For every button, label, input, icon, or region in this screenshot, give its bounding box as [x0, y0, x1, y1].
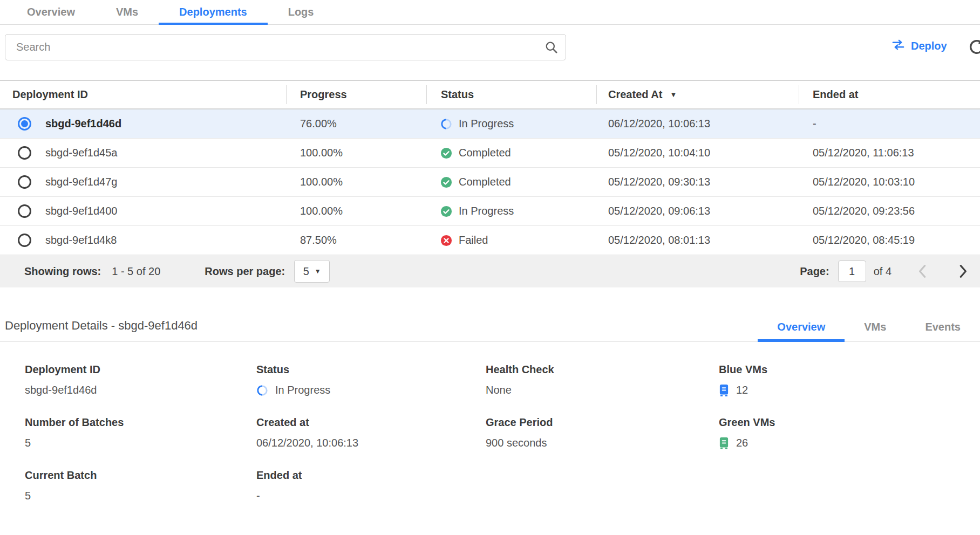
detail-field-grace-period: Grace Period 900 seconds	[486, 416, 719, 449]
progress-value: 76.00%	[286, 118, 426, 130]
column-header-deployment-id[interactable]: Deployment ID	[0, 81, 286, 108]
rows-per-page-select[interactable]: 5 ▼	[294, 260, 330, 283]
details-title: Deployment Details - sbgd-9ef1d46d	[5, 319, 198, 341]
status-label: Completed	[459, 147, 511, 159]
created-at-value: 05/12/2020, 09:30:13	[596, 176, 799, 188]
showing-rows-value: 1 - 5 of 20	[112, 265, 160, 278]
detail-field-value: 900 seconds	[486, 437, 547, 449]
column-header-created-at[interactable]: Created At ▼	[596, 81, 799, 108]
search-input[interactable]	[5, 34, 566, 60]
detail-field-label: Created at	[256, 416, 486, 429]
detail-field-value: None	[486, 384, 512, 396]
detail-field-label: Current Batch	[25, 469, 256, 482]
column-header-progress[interactable]: Progress	[286, 81, 426, 108]
page-number-input[interactable]	[838, 260, 866, 282]
row-radio[interactable]	[18, 117, 31, 131]
previous-page-button[interactable]	[917, 264, 927, 278]
swap-arrows-icon	[891, 39, 905, 53]
tab-logs[interactable]: Logs	[268, 0, 335, 24]
search-icon[interactable]	[544, 40, 559, 57]
vm-server-icon	[719, 384, 729, 396]
failed-x-icon	[440, 235, 452, 246]
detail-field-blue-vms: Blue VMs 12	[719, 363, 980, 396]
detail-field-health-check: Health Check None	[486, 363, 719, 396]
ended-at-value: 05/12/2020, 10:03:10	[799, 176, 980, 188]
pagination-bar: Showing rows: 1 - 5 of 20 Rows per page:…	[0, 255, 980, 287]
deployments-table: Deployment ID Progress Status Created At…	[0, 80, 980, 287]
progress-value: 87.50%	[286, 234, 426, 246]
deployment-id: sbgd-9ef1d47g	[45, 176, 117, 188]
detail-field-label: Green VMs	[719, 416, 980, 429]
detail-field-label: Ended at	[256, 469, 486, 482]
detail-field-current-batch: Current Batch 5	[25, 469, 256, 502]
toolbar: Deploy	[0, 34, 980, 60]
detail-field-deployment-id: Deployment ID sbgd-9ef1d46d	[25, 363, 256, 396]
row-radio[interactable]	[18, 204, 31, 218]
details-tab-bar: OverviewVMsEvents	[758, 321, 980, 341]
table-row[interactable]: sbgd-9ef1d400 100.00%	[0, 197, 980, 226]
completed-check-icon	[440, 147, 452, 159]
table-row[interactable]: sbgd-9ef1d45a 100.00%	[0, 139, 980, 168]
row-radio[interactable]	[18, 146, 31, 160]
status-label: In Progress	[459, 118, 514, 130]
detail-field-label: Blue VMs	[719, 363, 980, 376]
table-row[interactable]: sbgd-9ef1d47g 100.00%	[0, 168, 980, 197]
row-radio[interactable]	[18, 234, 31, 247]
rows-per-page-label: Rows per page:	[205, 265, 285, 278]
completed-check-icon	[440, 176, 452, 188]
tab-events[interactable]: Events	[906, 321, 980, 341]
deploy-button[interactable]: Deploy	[891, 39, 947, 53]
table-row[interactable]: sbgd-9ef1d4k8 87.50%	[0, 226, 980, 255]
detail-field-status: Status In Progress	[256, 363, 486, 396]
status-label: Completed	[459, 176, 511, 188]
details-header: Deployment Details - sbgd-9ef1d46d Overv…	[0, 319, 980, 342]
detail-field-value: sbgd-9ef1d46d	[25, 384, 97, 396]
table-body: sbgd-9ef1d46d 76.00%	[0, 109, 980, 255]
tab-overview[interactable]: Overview	[6, 0, 96, 24]
in-progress-spinner-icon	[440, 118, 452, 130]
details-grid: Deployment ID sbgd-9ef1d46d Status	[0, 342, 980, 522]
created-at-value: 05/12/2020, 10:04:10	[596, 147, 799, 159]
tab-overview[interactable]: Overview	[758, 321, 845, 341]
page-label: Page:	[800, 265, 829, 278]
progress-value: 100.00%	[286, 147, 426, 159]
status-label: Failed	[459, 234, 488, 246]
deployment-id: sbgd-9ef1d45a	[45, 147, 117, 159]
next-page-button[interactable]	[959, 264, 968, 278]
detail-field-label: Health Check	[486, 363, 719, 376]
detail-field-green-vms: Green VMs 26	[719, 416, 980, 449]
progress-value: 100.00%	[286, 176, 426, 188]
sort-desc-icon: ▼	[670, 91, 677, 99]
detail-field-number-of-batches: Number of Batches 5	[25, 416, 256, 449]
detail-field-label: Deployment ID	[25, 363, 256, 376]
tab-vms[interactable]: VMs	[845, 321, 906, 341]
detail-field-value: 5	[25, 437, 31, 449]
progress-value: 100.00%	[286, 205, 426, 217]
page-total: of 4	[874, 265, 891, 278]
detail-field-label: Number of Batches	[25, 416, 256, 429]
row-radio[interactable]	[18, 175, 31, 189]
deployments-page: OverviewVMsDeploymentsLogs Deploy	[0, 0, 980, 522]
table-row[interactable]: sbgd-9ef1d46d 76.00%	[0, 109, 980, 139]
ended-at-value: -	[799, 118, 980, 130]
vm-server-icon	[719, 437, 729, 449]
column-header-ended-at[interactable]: Ended at	[799, 81, 980, 108]
ended-at-value: 05/12/2020, 08:45:19	[799, 234, 980, 246]
tab-vms[interactable]: VMs	[96, 0, 159, 24]
in-progress-spinner-icon	[256, 385, 268, 396]
ended-at-value: 05/12/2020, 09:23:56	[799, 205, 980, 217]
tab-deployments[interactable]: Deployments	[159, 0, 268, 24]
created-at-value: 05/12/2020, 09:06:13	[596, 205, 799, 217]
detail-field-label: Status	[256, 363, 486, 376]
refresh-button[interactable]	[968, 38, 980, 58]
detail-field-ended-at: Ended at -	[256, 469, 486, 502]
detail-field-value: 06/12/2020, 10:06:13	[256, 437, 358, 449]
ended-at-value: 05/12/2020, 11:06:13	[799, 147, 980, 159]
detail-field-value: 26	[736, 437, 748, 449]
column-header-status[interactable]: Status	[426, 81, 596, 108]
deployment-id: sbgd-9ef1d46d	[45, 118, 121, 130]
created-at-value: 06/12/2020, 10:06:13	[596, 118, 799, 130]
deployment-id: sbgd-9ef1d400	[45, 205, 117, 217]
detail-field-created-at: Created at 06/12/2020, 10:06:13	[256, 416, 486, 449]
table-header: Deployment ID Progress Status Created At…	[0, 81, 980, 109]
